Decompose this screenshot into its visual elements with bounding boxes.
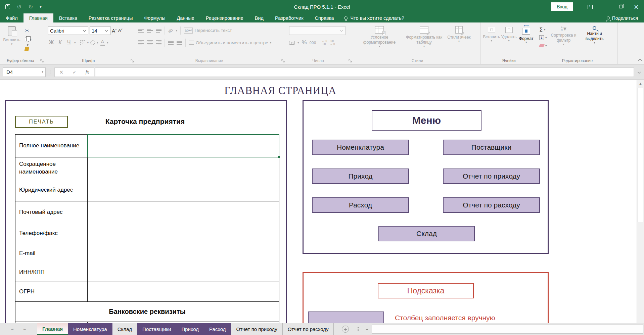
share-button[interactable]: Поделиться [607, 13, 644, 22]
cancel-button[interactable]: × [59, 69, 63, 75]
minimize-button[interactable] [598, 0, 613, 13]
sheet-tab-main[interactable]: Главная [37, 323, 68, 335]
close-button[interactable]: × [629, 0, 644, 13]
card-field-label-cell[interactable]: ОГРН [15, 282, 88, 301]
wrap-text-button[interactable]: ab↩ Переносить текст [184, 28, 232, 33]
ribbon-tab-view[interactable]: Вид [249, 13, 269, 22]
card-field-label-cell[interactable]: Телефон/факс [15, 223, 88, 244]
sheet-tab-nomenclature[interactable]: Номенклатура [68, 323, 112, 335]
decrease-decimal-button[interactable]: .00→.0 [330, 40, 335, 46]
percent-style-button[interactable]: % [302, 39, 307, 46]
sheet-tab-income[interactable]: Приход [176, 323, 204, 335]
card-field-label-cell[interactable]: Сокращенное наименование [15, 157, 88, 179]
menu-button-expense-report[interactable]: Отчет по расходу [443, 197, 540, 213]
align-top-button[interactable] [138, 29, 144, 33]
menu-button-warehouse[interactable]: Склад [378, 226, 475, 241]
card-field-value-cell[interactable] [88, 157, 279, 179]
cut-button[interactable]: ✂ [25, 27, 32, 35]
underline-dropdown-icon[interactable]: ▾ [74, 41, 76, 44]
menu-button-expense[interactable]: Расход [312, 197, 409, 213]
name-box[interactable]: D4 ▾ [3, 67, 46, 77]
hscroll-left-icon[interactable]: ◄ [362, 323, 371, 335]
align-left-button[interactable] [138, 40, 144, 45]
vertical-scrollbar[interactable]: ▲ [637, 80, 644, 323]
sheet-tab-expense-report[interactable]: Отчет по расходу [283, 323, 334, 335]
bold-button[interactable]: Ж [48, 40, 55, 46]
copy-button[interactable]: ▾ [25, 36, 32, 44]
clear-button[interactable]: ▾ [539, 42, 547, 49]
card-field-label-cell[interactable]: ИНН/КПП [15, 263, 88, 282]
sheet-tab-expense[interactable]: Расход [204, 323, 231, 335]
font-color-button[interactable]: А [100, 39, 105, 46]
font-dialog-launcher-icon[interactable] [131, 59, 134, 63]
card-field-label-cell[interactable]: E-mail [15, 244, 88, 263]
menu-button-income[interactable]: Приход [312, 169, 409, 184]
enter-button[interactable]: ✓ [73, 69, 77, 75]
ribbon-tab-data[interactable]: Данные [171, 13, 200, 22]
menu-button-suppliers[interactable]: Поставщики [443, 140, 540, 155]
ribbon-tab-insert[interactable]: Вставка [53, 13, 83, 22]
find-select-button[interactable]: Найти и выделить ▾ [579, 25, 610, 57]
fill-color-button[interactable] [90, 40, 96, 46]
ribbon-tab-file[interactable]: Файл [0, 13, 24, 22]
tab-bar-menu-icon[interactable] [354, 323, 362, 335]
ribbon-tab-home[interactable]: Главная [24, 13, 53, 22]
card-field-label-cell[interactable]: Почтовый адрес [15, 201, 88, 223]
card-field-label-cell[interactable]: Полное наименование [15, 135, 88, 157]
ribbon-display-options-button[interactable] [582, 0, 598, 13]
tell-me-search[interactable]: Что вы хотите сделать? [339, 13, 409, 22]
sheet-tab-income-report[interactable]: Отчет по приходу [231, 323, 282, 335]
card-field-value-cell[interactable] [88, 282, 279, 301]
increase-font-button[interactable]: А˄ [112, 28, 117, 34]
format-painter-button[interactable] [25, 45, 32, 53]
increase-indent-button[interactable] [177, 41, 182, 45]
customize-qat-icon[interactable]: ▾ [40, 5, 42, 9]
ribbon-tab-formulas[interactable]: Формулы [138, 13, 171, 22]
expand-formula-bar-button[interactable] [634, 71, 644, 73]
formula-bar-handle[interactable] [47, 70, 53, 74]
collapse-ribbon-icon[interactable] [638, 59, 642, 62]
menu-button-nomenclature[interactable]: Номенклатура [312, 140, 409, 155]
insert-function-button[interactable]: fx [86, 69, 89, 75]
ribbon-tab-review[interactable]: Рецензирование [200, 13, 249, 22]
ribbon-tab-page-layout[interactable]: Разметка страницы [83, 13, 139, 22]
alignment-dialog-launcher-icon[interactable] [281, 59, 285, 63]
worksheet[interactable]: ГЛАВНАЯ СТРАНИЦА ПЕЧАТЬ Карточка предпри… [0, 80, 644, 323]
card-field-value-cell[interactable] [88, 179, 279, 201]
card-field-label-cell[interactable]: Юридический адрес [15, 179, 88, 201]
orientation-button[interactable]: ab [167, 27, 174, 34]
ribbon-tab-developer[interactable]: Разработчик [269, 13, 309, 22]
decrease-indent-button[interactable] [168, 41, 174, 45]
align-bottom-button[interactable] [156, 29, 162, 33]
fill-button[interactable]: ↓▾ [539, 34, 547, 41]
fill-handle[interactable] [278, 156, 280, 158]
scroll-up-icon[interactable]: ▲ [637, 80, 644, 87]
paste-button[interactable]: Вставить ▾ [2, 25, 21, 57]
sheet-nav-left-icon[interactable]: ◄ [11, 327, 13, 331]
vertical-scrollbar-thumb[interactable] [638, 88, 643, 222]
autosum-button[interactable]: Σ▾ [539, 26, 547, 33]
name-box-dropdown-icon[interactable]: ▾ [42, 70, 43, 74]
save-icon[interactable] [5, 4, 10, 9]
ribbon-tab-help[interactable]: Справка [309, 13, 340, 22]
cell-styles-button[interactable]: Стили ячеек ▾ [446, 25, 472, 57]
font-name-select[interactable]: Calibri [48, 26, 88, 35]
merge-center-button[interactable]: ↔ Объединить и поместить в центре ▾ [189, 40, 271, 45]
conditional-formatting-button[interactable]: ≠ Условное форматирование ▾ [356, 25, 403, 57]
sheet-tab-warehouse[interactable]: Склад [112, 323, 137, 335]
delete-cells-button[interactable]: Удалить ▾ [500, 25, 518, 57]
decrease-font-button[interactable]: А˅ [118, 28, 123, 33]
align-center-button[interactable] [147, 40, 153, 45]
card-field-value-cell[interactable] [88, 244, 279, 263]
clipboard-dialog-launcher-icon[interactable] [40, 59, 44, 63]
borders-button[interactable] [80, 40, 85, 45]
format-button[interactable]: Формат ▾ [517, 25, 535, 57]
number-dialog-launcher-icon[interactable] [349, 59, 352, 63]
card-field-value-cell[interactable] [88, 201, 279, 223]
redo-icon[interactable]: ↻ [28, 4, 33, 10]
selected-cell[interactable] [87, 134, 279, 157]
undo-icon[interactable]: ↺ [17, 4, 21, 10]
number-format-select[interactable] [289, 26, 346, 35]
card-field-value-cell[interactable] [88, 223, 279, 244]
menu-button-income-report[interactable]: Отчет по приходу [443, 169, 540, 184]
